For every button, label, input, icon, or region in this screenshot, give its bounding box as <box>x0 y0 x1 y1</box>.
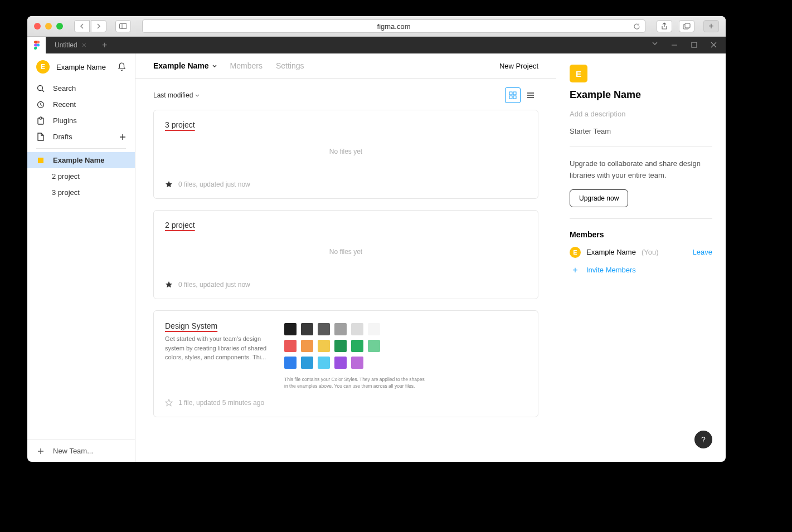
app-tab-untitled[interactable]: Untitled × <box>46 37 95 53</box>
tabs-button[interactable] <box>679 20 694 32</box>
sidebar-item-search[interactable]: Search <box>27 80 135 96</box>
app-tab-add-button[interactable]: + <box>95 40 114 50</box>
list-view-button[interactable] <box>523 87 538 103</box>
sidebar-project-3[interactable]: 3 project <box>27 184 135 201</box>
svg-point-11 <box>40 117 42 119</box>
tab-settings[interactable]: Settings <box>276 61 304 70</box>
project-card-3[interactable]: 3 project No files yet 0 files, updated … <box>153 110 538 199</box>
help-button[interactable]: ? <box>694 431 712 448</box>
svg-point-7 <box>38 85 43 90</box>
window-close[interactable] <box>34 23 41 30</box>
color-swatch <box>284 357 297 369</box>
sidebar-team-example[interactable]: Example Name <box>27 152 135 168</box>
new-tab-button[interactable]: + <box>703 20 719 32</box>
color-swatch <box>368 323 380 335</box>
app-minimize-icon[interactable] <box>671 42 678 48</box>
sidebar-item-label: Drafts <box>53 133 72 141</box>
sidebar-item-recent[interactable]: Recent <box>27 96 135 113</box>
chevron-down-icon <box>195 94 200 97</box>
app-maximize-icon[interactable] <box>691 42 697 48</box>
invite-members-button[interactable]: + Invite Members <box>570 265 712 276</box>
svg-rect-0 <box>120 24 127 29</box>
star-icon[interactable] <box>165 281 173 289</box>
member-row: E Example Name (You) Leave <box>570 247 712 258</box>
divider <box>570 147 712 147</box>
grid-icon <box>509 91 517 99</box>
tab-members[interactable]: Members <box>230 61 263 70</box>
app-tab-close-icon[interactable]: × <box>82 41 86 50</box>
app-tab-title: Untitled <box>55 41 77 49</box>
sidebar-user-header[interactable]: E Example Name <box>27 53 135 80</box>
sidebar-item-drafts[interactable]: Drafts <box>27 129 135 145</box>
figma-home-button[interactable] <box>27 37 46 53</box>
svg-rect-13 <box>513 92 516 95</box>
browser-sidebar-button[interactable] <box>115 20 131 32</box>
browser-chrome: figma.com + <box>27 16 726 37</box>
window-maximize[interactable] <box>56 23 63 30</box>
tab-team-name[interactable]: Example Name <box>153 61 217 70</box>
grid-view-button[interactable] <box>505 87 521 103</box>
color-swatch <box>351 340 363 352</box>
project-title: Design System <box>165 321 217 330</box>
add-draft-icon[interactable] <box>119 134 126 140</box>
list-icon <box>527 92 535 99</box>
notifications-icon[interactable] <box>118 62 126 71</box>
content-area: Example Name Members Settings New Projec… <box>135 53 556 462</box>
color-swatch <box>334 340 347 352</box>
color-swatch <box>301 357 313 369</box>
nav-forward-button[interactable] <box>91 20 106 32</box>
search-icon <box>36 85 45 92</box>
team-avatar: E <box>570 65 587 82</box>
clock-icon <box>36 101 45 109</box>
plus-icon <box>36 448 45 455</box>
detail-panel: E Example Name Add a description Starter… <box>556 53 726 462</box>
nav-back-button[interactable] <box>74 20 90 32</box>
sidebar-divider <box>36 148 126 149</box>
sort-dropdown[interactable]: Last modified <box>153 91 200 99</box>
color-swatch <box>284 340 297 352</box>
leave-link[interactable]: Leave <box>693 248 712 256</box>
drafts-icon <box>36 133 45 141</box>
reload-icon[interactable] <box>633 23 640 30</box>
plus-icon: + <box>570 265 581 276</box>
team-title: Example Name <box>570 89 712 101</box>
app-close-icon[interactable] <box>711 42 717 48</box>
svg-point-4 <box>37 44 40 47</box>
upgrade-text: Upgrade to collaborate and share design … <box>570 158 712 182</box>
star-outline-icon[interactable] <box>165 399 173 407</box>
color-swatch <box>334 323 347 335</box>
sidebar-item-label: Recent <box>53 100 76 109</box>
sidebar-item-plugins[interactable]: Plugins <box>27 113 135 129</box>
member-avatar: E <box>570 247 581 258</box>
address-bar[interactable]: figma.com <box>142 19 645 33</box>
sidebar-item-label: 3 project <box>52 188 80 197</box>
star-icon[interactable] <box>165 180 173 188</box>
share-button[interactable] <box>657 20 672 32</box>
color-swatch <box>301 340 313 352</box>
project-card-2[interactable]: 2 project No files yet 0 files, updated … <box>153 210 538 299</box>
color-swatch <box>301 323 313 335</box>
sidebar-new-team[interactable]: New Team... <box>27 440 135 462</box>
chevron-down-icon <box>212 65 217 67</box>
svg-rect-3 <box>685 23 690 28</box>
team-description-input[interactable]: Add a description <box>570 110 712 118</box>
plugins-icon <box>36 116 45 125</box>
app-tabs-bar: Untitled × + <box>27 37 726 53</box>
project-card-design-system[interactable]: Design System Get started with your team… <box>153 310 538 417</box>
new-project-button[interactable]: New Project <box>499 62 538 70</box>
members-section-title: Members <box>570 230 712 239</box>
sidebar-project-2[interactable]: 2 project <box>27 168 135 184</box>
upgrade-button[interactable]: Upgrade now <box>570 189 628 207</box>
sidebar-item-label: Search <box>53 84 76 92</box>
project-meta: 0 files, updated just now <box>178 180 250 188</box>
chevron-down-icon[interactable] <box>652 42 658 48</box>
svg-line-8 <box>42 90 45 92</box>
divider <box>570 218 712 219</box>
window-minimize[interactable] <box>45 23 52 30</box>
swatch-row <box>284 340 527 352</box>
svg-rect-12 <box>509 92 512 95</box>
sidebar-item-label: New Team... <box>53 447 93 455</box>
project-title: 2 project <box>165 221 527 230</box>
color-swatch <box>284 323 297 335</box>
color-swatch <box>318 323 330 335</box>
